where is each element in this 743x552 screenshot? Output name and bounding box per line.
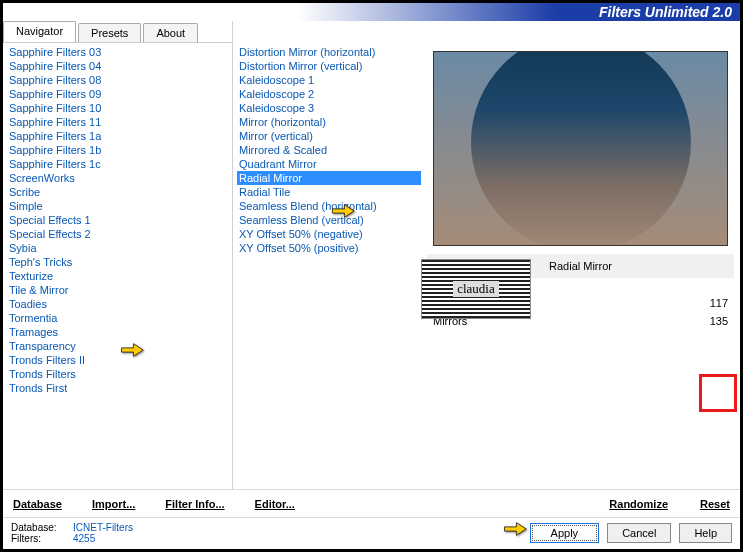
filter-item[interactable]: Mirror (horizontal) — [237, 115, 421, 129]
help-button[interactable]: Help — [679, 523, 732, 543]
link-database[interactable]: Database — [13, 498, 62, 510]
filter-item[interactable]: Radial Tile — [237, 185, 421, 199]
filter-item[interactable]: Distortion Mirror (vertical) — [237, 59, 421, 73]
category-item[interactable]: Tronds Filters — [7, 367, 232, 381]
status-db-label: Database: — [11, 522, 69, 533]
watermark-badge: claudia — [421, 259, 531, 319]
cancel-button[interactable]: Cancel — [607, 523, 671, 543]
category-item[interactable]: Simple — [7, 199, 232, 213]
category-item[interactable]: Tormentia — [7, 311, 232, 325]
preview-radial-shape — [471, 51, 691, 246]
link-import[interactable]: Import... — [92, 498, 135, 510]
category-item[interactable]: Sapphire Filters 1a — [7, 129, 232, 143]
main-content: Navigator Presets About Sapphire Filters… — [3, 21, 740, 489]
filter-item[interactable]: Mirrored & Scaled — [237, 143, 421, 157]
category-list[interactable]: Sapphire Filters 03Sapphire Filters 04Sa… — [3, 43, 232, 489]
filter-item[interactable]: Mirror (vertical) — [237, 129, 421, 143]
category-item[interactable]: Special Effects 2 — [7, 227, 232, 241]
category-item[interactable]: Tile & Mirror — [7, 283, 232, 297]
category-item[interactable]: Toadies — [7, 297, 232, 311]
filter-item[interactable]: XY Offset 50% (negative) — [237, 227, 421, 241]
middle-column: Distortion Mirror (horizontal)Distortion… — [233, 21, 421, 489]
category-item[interactable]: Sapphire Filters 10 — [7, 101, 232, 115]
link-button-row: Database Import... Filter Info... Editor… — [3, 489, 740, 517]
link-editor[interactable]: Editor... — [255, 498, 295, 510]
slider-rotation-value: 117 — [698, 297, 728, 309]
app-window: Filters Unlimited 2.0 Navigator Presets … — [2, 2, 741, 550]
category-item[interactable]: Sapphire Filters 1b — [7, 143, 232, 157]
preview-image — [434, 52, 727, 245]
link-reset[interactable]: Reset — [700, 498, 730, 510]
status-filters-label: Filters: — [11, 533, 69, 544]
status-bar: Database: ICNET-Filters Filters: 4255 Ap… — [3, 517, 740, 547]
category-item[interactable]: Sybia — [7, 241, 232, 255]
tab-about[interactable]: About — [143, 23, 198, 42]
link-randomize[interactable]: Randomize — [609, 498, 668, 510]
filter-list[interactable]: Distortion Mirror (horizontal)Distortion… — [233, 43, 421, 489]
category-item[interactable]: Sapphire Filters 1c — [7, 157, 232, 171]
category-item[interactable]: Tronds First — [7, 381, 232, 395]
category-item[interactable]: ScreenWorks — [7, 171, 232, 185]
filter-item[interactable]: Seamless Blend (vertical) — [237, 213, 421, 227]
filter-item[interactable]: Kaleidoscope 1 — [237, 73, 421, 87]
status-filters-value: 4255 — [73, 533, 95, 544]
filter-item[interactable]: Seamless Blend (horizontal) — [237, 199, 421, 213]
tab-strip: Navigator Presets About — [3, 21, 232, 43]
filter-item[interactable]: Quadrant Mirror — [237, 157, 421, 171]
tab-presets[interactable]: Presets — [78, 23, 141, 42]
slider-mirrors-value: 135 — [698, 315, 728, 327]
status-db-value: ICNET-Filters — [73, 522, 133, 533]
category-item[interactable]: Tramages — [7, 325, 232, 339]
filter-item[interactable]: Radial Mirror — [237, 171, 421, 185]
right-column: Radial Mirror Rotation 117 Mirrors 135 — [421, 21, 740, 489]
filter-item[interactable]: Kaleidoscope 3 — [237, 101, 421, 115]
preview-box — [433, 51, 728, 246]
app-title: Filters Unlimited 2.0 — [599, 4, 732, 20]
category-item[interactable]: Sapphire Filters 08 — [7, 73, 232, 87]
titlebar: Filters Unlimited 2.0 — [3, 3, 740, 21]
category-item[interactable]: Special Effects 1 — [7, 213, 232, 227]
category-item[interactable]: Teph's Tricks — [7, 255, 232, 269]
apply-button[interactable]: Apply — [530, 523, 600, 543]
link-filter-info[interactable]: Filter Info... — [165, 498, 224, 510]
category-item[interactable]: Transparency — [7, 339, 232, 353]
filter-item[interactable]: Distortion Mirror (horizontal) — [237, 45, 421, 59]
filter-item[interactable]: Kaleidoscope 2 — [237, 87, 421, 101]
left-column: Navigator Presets About Sapphire Filters… — [3, 21, 233, 489]
category-item[interactable]: Scribe — [7, 185, 232, 199]
category-item[interactable]: Sapphire Filters 11 — [7, 115, 232, 129]
status-buttons: Apply Cancel Help — [530, 523, 732, 543]
status-left: Database: ICNET-Filters Filters: 4255 — [11, 522, 133, 544]
watermark-text: claudia — [453, 281, 499, 297]
current-filter-name: Radial Mirror — [549, 260, 612, 272]
tab-navigator[interactable]: Navigator — [3, 21, 76, 42]
category-item[interactable]: Sapphire Filters 04 — [7, 59, 232, 73]
category-item[interactable]: Texturize — [7, 269, 232, 283]
category-item[interactable]: Sapphire Filters 09 — [7, 87, 232, 101]
category-item[interactable]: Sapphire Filters 03 — [7, 45, 232, 59]
category-item[interactable]: Tronds Filters II — [7, 353, 232, 367]
filter-item[interactable]: XY Offset 50% (positive) — [237, 241, 421, 255]
